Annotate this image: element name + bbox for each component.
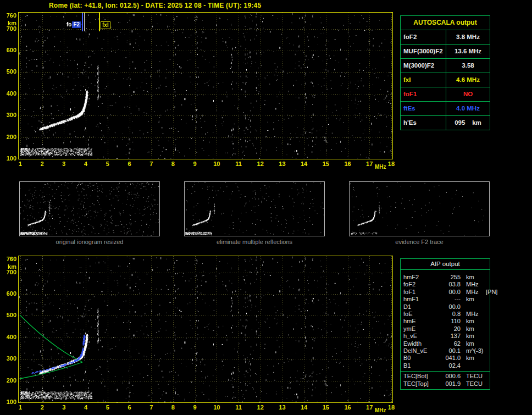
autoscala-table-row: foF23.8 MHz xyxy=(401,30,490,45)
aip-row-note xyxy=(486,347,487,355)
aip-table-row: TEC[Bot]000.6TECU xyxy=(401,373,490,380)
x-axis-tick: 14 xyxy=(299,161,309,167)
thumbnail-caption-f2-trace: evidence F2 trace xyxy=(349,239,490,245)
aip-row-value: 255 xyxy=(439,274,461,281)
x-axis-tick: 16 xyxy=(343,404,353,411)
aip-row-name: foE xyxy=(403,311,439,318)
thumbnail-reflections-canvas xyxy=(185,182,324,236)
aip-row-name: DelN_vE xyxy=(403,347,439,355)
autoscala-row-label: ftEs xyxy=(401,102,446,115)
x-axis-tick: 6 xyxy=(125,404,135,411)
x-axis-tick: 15 xyxy=(321,404,331,411)
x-axis-tick: 3 xyxy=(59,404,69,411)
autoscala-row-label: h'Es xyxy=(401,116,446,130)
aip-row-value: 03.8 xyxy=(439,281,461,288)
aip-row-note xyxy=(486,373,487,380)
aip-row-name: hmF1 xyxy=(403,296,439,303)
aip-row-note: [PN] xyxy=(486,289,497,296)
autoscala-row-value: 3.58 xyxy=(446,59,490,73)
top-ionogram-plot: foF2 fxI xyxy=(18,12,393,159)
x-axis-tick: 2 xyxy=(37,404,47,411)
bottom-ionogram-canvas xyxy=(19,256,392,402)
x-axis-tick: 1 xyxy=(15,161,25,167)
x-axis-tick: 12 xyxy=(256,404,265,411)
bottom-ionogram-plot xyxy=(18,256,393,403)
x-axis-tick: 13 xyxy=(277,404,287,411)
aip-row-note xyxy=(486,303,487,311)
aip-row-value: 137 xyxy=(439,333,461,340)
x-axis-tick: 9 xyxy=(190,404,200,411)
station-title: Rome (lat: +41.8, lon: 012.5) - DATE: 20… xyxy=(49,2,261,9)
aip-row-unit xyxy=(461,303,486,311)
autoscala-row-label: MUF(3000)F2 xyxy=(401,45,446,58)
autoscala-row-value: 095 km xyxy=(446,116,490,130)
aip-row-unit: m^(-3) xyxy=(461,347,486,355)
x-axis-tick: 5 xyxy=(103,161,113,167)
x-axis-tick: 15 xyxy=(321,161,331,167)
aip-table-row: foF203.8MHz xyxy=(401,281,490,288)
x-axis-tick: 18 xyxy=(386,404,396,411)
aip-row-value: --- xyxy=(439,296,461,303)
autoscala-table-row: MUF(3000)F213.6 MHz xyxy=(401,45,490,59)
aip-row-name: B0 xyxy=(403,355,439,362)
aip-table-title: AIP output xyxy=(401,259,490,270)
y-axis-tick: 500 xyxy=(1,312,16,319)
autoscala-row-value: 3.8 MHz xyxy=(446,30,490,44)
x-axis-tick: 10 xyxy=(212,404,221,411)
foF2-marker-prefix: fo xyxy=(66,21,71,28)
x-axis-tick: 10 xyxy=(212,161,221,167)
aip-row-unit: MHz xyxy=(461,281,486,288)
x-axis-tick: 1 xyxy=(15,404,25,411)
aip-row-value: 02.4 xyxy=(439,362,461,369)
aip-table-row: B0041.0km xyxy=(401,355,490,362)
x-axis-tick: 7 xyxy=(146,161,156,167)
aip-row-note xyxy=(486,333,487,340)
aip-row-note xyxy=(486,281,487,288)
fxI-marker: fxI xyxy=(101,21,110,29)
y-axis-unit: km xyxy=(1,20,16,27)
aip-row-note xyxy=(486,325,487,333)
autoscala-table-title: AUTOSCALA output xyxy=(401,16,490,30)
x-axis-tick: 16 xyxy=(343,161,353,167)
thumbnail-original-ionogram xyxy=(19,181,160,236)
aip-row-name: TEC[Bot] xyxy=(403,373,439,380)
thumbnail-original-canvas xyxy=(20,182,159,236)
aip-row-name: B1 xyxy=(403,362,439,369)
x-axis-tick: 17 xyxy=(364,404,374,411)
autoscala-table-row: M(3000)F23.58 xyxy=(401,59,490,73)
x-axis-tick: 5 xyxy=(103,404,113,411)
x-axis-tick: 12 xyxy=(256,161,265,167)
y-axis-tick: 500 xyxy=(1,68,16,75)
aip-table-row: B102.4 xyxy=(401,362,490,369)
x-axis-tick: 8 xyxy=(168,404,178,411)
autoscala-table-row: foF1NO xyxy=(401,87,490,102)
autoscala-row-value: 4.0 MHz xyxy=(446,102,490,115)
aip-table-row: hmF2255km xyxy=(401,274,490,281)
aip-row-value: 0.8 xyxy=(439,311,461,318)
aip-table-row: foE0.8MHz xyxy=(401,311,490,318)
aip-row-note xyxy=(486,380,487,388)
x-axis-tick: 18 xyxy=(386,161,396,167)
autoscala-table-row: fxI4.6 MHz xyxy=(401,73,490,87)
aip-row-value: 00.1 xyxy=(439,347,461,355)
aip-row-name: hmE xyxy=(403,318,439,325)
foF2-marker: foF2 xyxy=(66,21,81,28)
aip-row-note xyxy=(486,355,487,362)
y-axis-tick: 600 xyxy=(1,47,16,54)
aip-row-value: 62 xyxy=(439,340,461,347)
y-axis-tick: 100 xyxy=(1,399,16,406)
aip-row-note xyxy=(486,318,487,325)
y-axis-tick: 200 xyxy=(1,377,16,384)
aip-row-name: foF2 xyxy=(403,281,439,288)
aip-row-unit: km xyxy=(461,318,486,325)
autoscala-row-value: 13.6 MHz xyxy=(446,45,490,58)
aip-row-unit: MHz xyxy=(461,289,486,296)
x-axis-tick: 6 xyxy=(125,161,135,167)
aip-row-value: 110 xyxy=(439,318,461,325)
y-axis-tick: 400 xyxy=(1,334,16,341)
foF2-marker-value: F2 xyxy=(72,21,81,28)
aip-table-row: DelN_vE00.1m^(-3) xyxy=(401,347,490,355)
aip-row-note xyxy=(486,274,487,281)
thumbnail-caption-reflections: eliminate multiple reflections xyxy=(184,239,325,245)
autoscala-table-rows: foF23.8 MHzMUF(3000)F213.6 MHzM(3000)F23… xyxy=(401,30,490,130)
